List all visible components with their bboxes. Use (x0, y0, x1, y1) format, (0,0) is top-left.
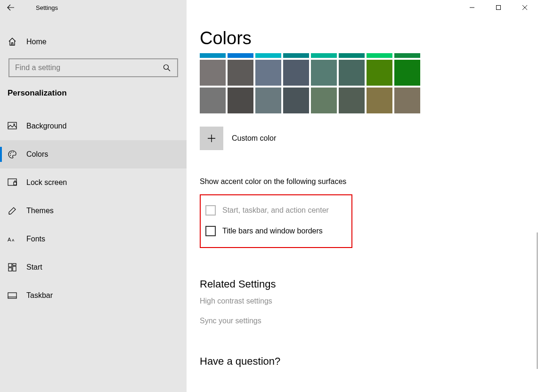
nav-item-label: Colors (26, 150, 48, 159)
color-swatch[interactable] (339, 88, 365, 113)
back-button[interactable] (0, 0, 22, 15)
svg-point-6 (10, 155, 11, 156)
color-swatch[interactable] (255, 53, 281, 58)
minimize-button[interactable] (459, 0, 485, 15)
nav-home[interactable]: Home (0, 29, 187, 55)
window-title: Settings (22, 4, 58, 11)
nav-list: Background Colors Lock screen Themes (0, 112, 187, 310)
maximize-button[interactable] (485, 0, 512, 15)
nav-item-start[interactable]: Start (0, 253, 187, 281)
svg-rect-11 (8, 264, 12, 267)
home-icon (8, 37, 17, 47)
main: Colors Custom color Show accent color on… (187, 0, 538, 392)
help-heading: Have a question? (200, 355, 525, 368)
svg-rect-14 (13, 266, 16, 271)
check-start-taskbar: Start, taskbar, and action center (205, 200, 347, 221)
color-swatch[interactable] (339, 60, 365, 86)
color-swatch[interactable] (228, 60, 253, 86)
custom-color-row: Custom color (200, 127, 525, 150)
start-icon (8, 263, 17, 272)
color-swatch[interactable] (311, 88, 337, 113)
plus-icon (207, 134, 216, 143)
section-title: Personalization (0, 77, 187, 104)
nav: Home Personalization Background Colors (0, 15, 187, 392)
nav-item-colors[interactable]: Colors (0, 140, 187, 168)
taskbar-icon (8, 292, 17, 299)
color-swatch[interactable] (255, 88, 281, 113)
color-swatch[interactable] (367, 88, 392, 113)
nav-item-lock-screen[interactable]: Lock screen (0, 168, 187, 197)
svg-rect-1 (8, 122, 16, 129)
search-wrap (8, 58, 178, 77)
color-swatch[interactable] (394, 53, 420, 58)
lock-screen-icon (8, 178, 17, 187)
svg-text:A: A (12, 238, 15, 242)
page-title: Colors (200, 28, 525, 48)
search-icon[interactable] (159, 58, 174, 77)
themes-icon (8, 206, 17, 216)
svg-text:A: A (8, 237, 11, 242)
color-swatch[interactable] (339, 53, 365, 58)
svg-point-3 (10, 153, 11, 154)
custom-color-button[interactable] (200, 127, 223, 150)
check-label: Title bars and window borders (222, 227, 323, 235)
maximize-icon (496, 5, 501, 10)
color-swatch[interactable] (200, 60, 226, 86)
color-swatch[interactable] (228, 53, 253, 58)
svg-rect-15 (8, 293, 16, 298)
close-icon (522, 5, 528, 10)
content: Colors Custom color Show accent color on… (187, 15, 538, 392)
close-button[interactable] (512, 0, 538, 15)
svg-point-2 (14, 124, 15, 125)
svg-point-4 (11, 152, 12, 152)
search-input[interactable] (8, 58, 178, 77)
nav-item-fonts[interactable]: AA Fonts (0, 225, 187, 253)
sidebar: Settings Home Personalization Background (0, 0, 187, 392)
color-swatch[interactable] (283, 60, 309, 86)
color-swatch[interactable] (228, 88, 253, 113)
nav-item-taskbar[interactable]: Taskbar (0, 281, 187, 310)
svg-rect-8 (14, 182, 16, 185)
back-arrow-icon (7, 4, 15, 11)
checkbox-icon (205, 205, 216, 216)
color-swatch[interactable] (367, 53, 392, 58)
nav-item-label: Taskbar (26, 291, 53, 300)
color-swatch[interactable] (200, 53, 226, 58)
color-swatch[interactable] (283, 88, 309, 113)
palette-icon (8, 150, 17, 159)
nav-item-label: Background (26, 122, 66, 130)
related-heading: Related Settings (200, 278, 525, 290)
link-sync-settings[interactable]: Sync your settings (200, 317, 525, 325)
accent-surfaces-group: Start, taskbar, and action center Title … (200, 194, 352, 248)
color-swatch[interactable] (394, 60, 420, 86)
minimize-icon (469, 5, 475, 10)
color-swatch-grid (200, 53, 525, 113)
titlebar-left: Settings (0, 0, 187, 15)
nav-item-background[interactable]: Background (0, 112, 187, 140)
color-swatch[interactable] (255, 60, 281, 86)
window-controls (187, 0, 538, 15)
color-swatch[interactable] (311, 53, 337, 58)
svg-point-5 (13, 152, 14, 152)
svg-rect-13 (8, 268, 12, 271)
color-swatch[interactable] (367, 60, 392, 86)
nav-item-label: Themes (26, 207, 54, 215)
svg-rect-18 (497, 6, 501, 10)
custom-color-label: Custom color (232, 134, 276, 143)
nav-item-label: Start (26, 263, 42, 272)
color-swatch[interactable] (394, 88, 420, 113)
nav-item-label: Lock screen (26, 178, 67, 187)
link-high-contrast[interactable]: High contrast settings (200, 297, 525, 305)
svg-rect-12 (13, 264, 16, 265)
nav-item-label: Fonts (26, 235, 45, 243)
fonts-icon: AA (8, 235, 17, 243)
color-swatch[interactable] (311, 60, 337, 86)
picture-icon (8, 122, 17, 130)
nav-item-themes[interactable]: Themes (0, 197, 187, 225)
color-swatch[interactable] (200, 88, 226, 113)
check-title-bars[interactable]: Title bars and window borders (205, 221, 347, 241)
color-swatch[interactable] (283, 53, 309, 58)
nav-home-label: Home (26, 38, 47, 46)
surfaces-heading: Show accent color on the following surfa… (200, 177, 525, 186)
check-label: Start, taskbar, and action center (222, 206, 329, 215)
